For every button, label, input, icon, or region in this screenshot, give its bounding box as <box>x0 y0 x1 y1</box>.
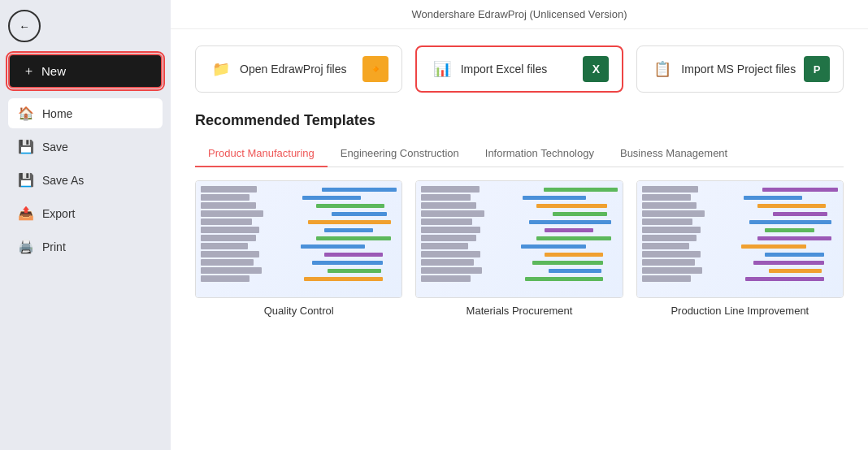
content-area: 📁 Open EdrawProj files 🔸 📊 Import Excel … <box>171 29 868 450</box>
import-excel-label: Import Excel files <box>461 63 548 76</box>
main-content: Wondershare EdrawProj (Unlicensed Versio… <box>171 0 868 450</box>
plus-icon: ＋ <box>23 63 35 79</box>
open-edrawproj-label: Open EdrawProj files <box>240 63 347 76</box>
excel-logo: X <box>583 56 609 82</box>
sidebar-item-home[interactable]: 🏠 Home <box>8 98 163 128</box>
sidebar-item-print-label: Print <box>42 240 66 253</box>
sidebar-item-print[interactable]: 🖨️ Print <box>8 231 163 262</box>
template-cards: Quality Control <box>195 180 844 317</box>
sidebar-item-save-label: Save <box>42 141 68 154</box>
open-edrawproj-card[interactable]: 📁 Open EdrawProj files 🔸 <box>195 45 402 93</box>
template-quality-control-preview <box>195 180 402 298</box>
template-quality-control-name: Quality Control <box>195 305 402 317</box>
folder-icon: 📁 <box>212 60 230 78</box>
topbar: Wondershare EdrawProj (Unlicensed Versio… <box>171 0 868 29</box>
new-label: New <box>41 64 66 78</box>
tab-business-management[interactable]: Business Management <box>607 141 740 167</box>
sidebar: ← ＋ New 🏠 Home 💾 Save 💾 Save As 📤 Export… <box>0 0 171 450</box>
template-quality-control[interactable]: Quality Control <box>195 180 402 317</box>
import-ms-project-card[interactable]: 📋 Import MS Project files P <box>636 45 844 93</box>
template-tabs: Product Manufacturing Engineering Constr… <box>195 141 844 167</box>
home-icon: 🏠 <box>18 106 34 121</box>
template-materials-procurement[interactable]: Materials Procurement <box>415 180 623 317</box>
save-as-icon: 💾 <box>18 172 34 188</box>
template-production-name: Production Line Improvement <box>636 305 844 317</box>
sidebar-item-save-as-label: Save As <box>42 174 84 187</box>
edrawproj-logo: 🔸 <box>362 56 388 82</box>
templates-heading: Recommended Templates <box>195 112 844 129</box>
ms-project-logo: P <box>804 56 830 82</box>
templates-section: Recommended Templates Product Manufactur… <box>195 112 844 317</box>
print-icon: 🖨️ <box>18 239 34 254</box>
back-button[interactable]: ← <box>8 10 41 42</box>
back-icon: ← <box>19 20 29 32</box>
new-button[interactable]: ＋ New <box>8 54 163 89</box>
sidebar-item-export[interactable]: 📤 Export <box>8 198 163 228</box>
tab-information-technology[interactable]: Information Technology <box>472 141 607 167</box>
save-icon: 💾 <box>18 139 34 154</box>
tab-product-manufacturing[interactable]: Product Manufacturing <box>195 141 328 167</box>
sidebar-item-home-label: Home <box>42 107 72 120</box>
sidebar-item-save[interactable]: 💾 Save <box>8 132 163 162</box>
app-title: Wondershare EdrawProj (Unlicensed Versio… <box>412 8 627 20</box>
file-actions: 📁 Open EdrawProj files 🔸 📊 Import Excel … <box>195 45 844 93</box>
template-materials-name: Materials Procurement <box>415 305 623 317</box>
import-ms-label: Import MS Project files <box>681 63 796 76</box>
sidebar-item-export-label: Export <box>42 207 75 220</box>
import-ms-icon: 📋 <box>653 60 671 78</box>
template-production-line[interactable]: Production Line Improvement <box>636 180 844 317</box>
sidebar-item-save-as[interactable]: 💾 Save As <box>8 165 163 195</box>
tab-engineering-construction[interactable]: Engineering Construction <box>328 141 472 167</box>
template-materials-preview <box>415 180 623 298</box>
export-icon: 📤 <box>18 206 34 221</box>
import-excel-card[interactable]: 📊 Import Excel files X <box>415 45 624 93</box>
template-production-preview <box>636 180 844 298</box>
import-excel-icon: 📊 <box>433 60 451 78</box>
